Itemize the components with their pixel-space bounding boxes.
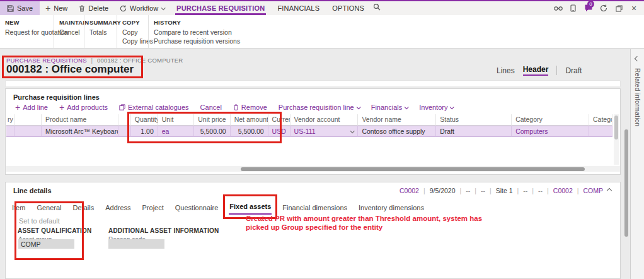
column-header-vendor-name[interactable]: Vendor name bbox=[358, 114, 436, 126]
column-header[interactable] bbox=[14, 114, 42, 126]
summary-item: -- bbox=[466, 187, 470, 194]
row-cell-unit-price[interactable]: 5,500.00 bbox=[194, 126, 231, 137]
tab-project[interactable]: Project bbox=[142, 201, 164, 215]
add-products-button[interactable]: + Add products bbox=[54, 103, 113, 112]
tab-financials[interactable]: FINANCIALS bbox=[271, 1, 326, 15]
view-draft[interactable]: Draft bbox=[565, 66, 582, 75]
set-to-default-button[interactable]: Set to default bbox=[19, 217, 60, 225]
app-window: Save + New Delete Workflow PURCHASE REQU… bbox=[0, 0, 644, 279]
view-header[interactable]: Header bbox=[523, 65, 549, 76]
row-cell-currency[interactable]: USD bbox=[268, 126, 290, 137]
row-cell-vendor-name[interactable]: Contoso office supply bbox=[358, 126, 436, 137]
column-header[interactable]: ry bbox=[6, 114, 14, 126]
inventory-menu[interactable]: Inventory bbox=[413, 104, 459, 111]
remove-button[interactable]: Remove bbox=[227, 104, 273, 111]
page-vertical-scrollbar[interactable] bbox=[623, 50, 629, 279]
popout-icon[interactable] bbox=[612, 3, 625, 14]
grid-horizontal-scrollbar-thumb[interactable] bbox=[241, 167, 585, 171]
tab-fixed-assets[interactable]: Fixed assets bbox=[229, 200, 272, 215]
plus-list-icon: + bbox=[59, 103, 64, 112]
cancel-line-button[interactable]: Cancel bbox=[195, 104, 227, 111]
summary-item[interactable]: C0002 bbox=[400, 187, 419, 194]
glasses-icon[interactable] bbox=[552, 3, 565, 14]
row-cell-vendor-account[interactable]: US-111 bbox=[290, 126, 359, 137]
row-cell-status[interactable]: Draft bbox=[436, 126, 512, 137]
row-cell[interactable] bbox=[6, 126, 14, 137]
column-header-category[interactable]: Category bbox=[512, 114, 589, 126]
save-button[interactable]: Save bbox=[0, 1, 40, 15]
summary-item[interactable]: C0002 bbox=[553, 187, 573, 194]
tab-options[interactable]: OPTIONS bbox=[326, 1, 371, 15]
copy-lines-button[interactable]: Copy lines bbox=[122, 37, 142, 46]
column-header-unit-price[interactable]: Unit price bbox=[194, 114, 231, 126]
related-information-pane[interactable]: Related information bbox=[630, 49, 644, 279]
chevron-down-icon[interactable] bbox=[350, 129, 355, 133]
device-icon[interactable] bbox=[567, 3, 580, 14]
grid-row-selected[interactable]: Microsoft Arc™ Keyboard 1.00 ea 5,500.00… bbox=[6, 126, 612, 137]
grid-vertical-scrollbar[interactable] bbox=[614, 114, 619, 165]
cancel-button[interactable]: Cancel bbox=[59, 28, 78, 37]
delete-button[interactable]: Delete bbox=[73, 1, 114, 15]
trash-icon bbox=[233, 104, 239, 110]
plus-icon: + bbox=[15, 103, 20, 112]
asset-group-field[interactable] bbox=[18, 239, 74, 249]
column-header-quantity[interactable]: Quantity bbox=[131, 114, 158, 126]
add-line-button[interactable]: + Add line bbox=[9, 103, 54, 112]
financials-menu[interactable]: Financials bbox=[365, 104, 414, 111]
grid-horizontal-scrollbar[interactable] bbox=[6, 166, 620, 172]
column-header-product-name[interactable]: Product name bbox=[42, 114, 118, 126]
column-header-currency[interactable]: Currency bbox=[268, 114, 290, 126]
row-cell-selector[interactable] bbox=[14, 126, 42, 137]
search-icon[interactable] bbox=[371, 1, 383, 13]
reason-code-field[interactable] bbox=[108, 239, 164, 249]
notifications-icon[interactable]: 0 bbox=[582, 3, 595, 14]
row-cell-category[interactable]: Computers bbox=[512, 126, 589, 137]
external-catalogues-button[interactable]: External catalogues bbox=[113, 104, 195, 111]
compare-to-recent-version-button[interactable]: Compare to recent version bbox=[154, 28, 240, 37]
page-vertical-scrollbar-thumb[interactable] bbox=[624, 129, 628, 237]
collapsed-header-strip[interactable] bbox=[5, 80, 621, 87]
summary-item: Site 1 bbox=[496, 187, 513, 194]
view-switch: Lines Header Draft bbox=[497, 65, 582, 76]
tab-general[interactable]: General bbox=[36, 201, 62, 215]
row-cell-product-name[interactable]: Microsoft Arc™ Keyboard bbox=[42, 126, 118, 137]
tab-details[interactable]: Details bbox=[72, 201, 95, 215]
collapse-chevron-icon[interactable] bbox=[607, 188, 612, 193]
copy-button[interactable]: Copy bbox=[122, 28, 142, 37]
column-header-category-2[interactable]: Category bbox=[589, 114, 612, 126]
column-header-unit[interactable]: Unit bbox=[158, 114, 194, 126]
workflow-label: Workflow bbox=[130, 4, 158, 12]
column-header-status[interactable]: Status bbox=[436, 114, 512, 126]
asset-qualification-section-title: ASSET QUALIFICATION bbox=[18, 227, 92, 234]
purchase-requisition-line-menu[interactable]: Purchase requisition line bbox=[273, 104, 365, 111]
row-cell-unit[interactable]: ea bbox=[158, 126, 194, 137]
tab-financial-dimensions[interactable]: Financial dimensions bbox=[282, 201, 348, 215]
column-header-vendor-account[interactable]: Vendor account bbox=[290, 114, 359, 126]
view-lines[interactable]: Lines bbox=[497, 66, 515, 75]
row-cell[interactable] bbox=[118, 126, 131, 137]
column-header-net-amount[interactable]: Net amount bbox=[231, 114, 268, 126]
column-header[interactable] bbox=[118, 114, 131, 126]
tab-item[interactable]: Item bbox=[11, 201, 26, 215]
tab-inventory-dimensions[interactable]: Inventory dimensions bbox=[358, 201, 425, 215]
tab-address[interactable]: Address bbox=[105, 201, 131, 215]
workflow-dropdown[interactable]: Workflow bbox=[114, 1, 170, 15]
totals-button[interactable]: Totals bbox=[89, 28, 110, 37]
grid-vertical-scrollbar-thumb[interactable] bbox=[614, 116, 618, 140]
expand-pane-chevron-icon[interactable] bbox=[635, 56, 640, 61]
new-button[interactable]: + New bbox=[40, 1, 73, 15]
close-icon[interactable]: × bbox=[628, 3, 640, 14]
refresh-icon[interactable] bbox=[597, 3, 610, 14]
tab-purchase-requisition[interactable]: PURCHASE REQUISITION bbox=[170, 1, 271, 15]
delete-button-label: Delete bbox=[88, 4, 108, 12]
summary-item[interactable]: COMP bbox=[584, 187, 604, 194]
row-cell-net-amount[interactable]: 5,500.00 bbox=[231, 126, 268, 137]
tab-questionnaire[interactable]: Questionnaire bbox=[175, 201, 219, 215]
command-bar: Save + New Delete Workflow PURCHASE REQU… bbox=[0, 1, 644, 15]
purchase-requisition-versions-button[interactable]: Purchase requisition versions bbox=[154, 37, 240, 46]
view-divider bbox=[556, 66, 557, 75]
row-cell-quantity[interactable]: 1.00 bbox=[131, 126, 158, 137]
request-for-quotation-button[interactable]: Request for quotation bbox=[5, 28, 47, 37]
row-cell[interactable] bbox=[589, 126, 612, 137]
lines-grid: ry Product name Quantity Unit Unit price… bbox=[6, 114, 612, 137]
